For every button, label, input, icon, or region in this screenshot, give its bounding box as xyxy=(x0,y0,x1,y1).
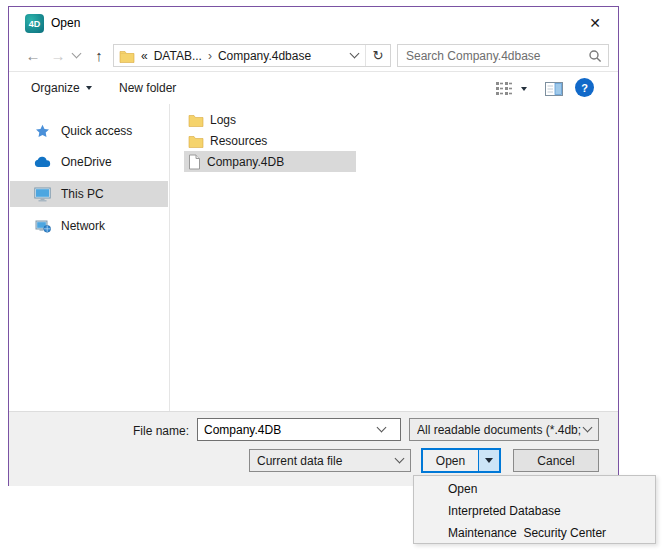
sidebar-item-this-pc[interactable]: This PC xyxy=(10,181,168,207)
open-mode-select[interactable]: Current data file xyxy=(249,449,411,472)
new-folder-label: New folder xyxy=(119,81,176,95)
open-split-button[interactable]: Open xyxy=(421,448,501,473)
search-box[interactable] xyxy=(397,44,609,67)
sidebar-divider xyxy=(169,104,170,411)
folder-icon xyxy=(188,134,204,148)
sidebar-item-label: OneDrive xyxy=(61,155,112,169)
sidebar-item-label: Network xyxy=(61,219,105,233)
sidebar-item-label: This PC xyxy=(61,187,104,201)
toolbar-divider xyxy=(9,71,618,72)
file-name-label: Resources xyxy=(210,134,267,148)
network-icon xyxy=(34,219,51,233)
forward-button[interactable]: → xyxy=(46,43,70,67)
details-view-icon[interactable] xyxy=(495,81,513,96)
file-row-logs[interactable]: Logs xyxy=(184,109,356,130)
file-name-label: Company.4DB xyxy=(207,155,284,169)
file-name-field-label: File name: xyxy=(89,424,189,438)
document-icon xyxy=(188,154,201,170)
menu-item-interpreted-database[interactable]: Interpreted Database xyxy=(414,500,655,522)
file-type-select[interactable]: All readable documents (*.4db; xyxy=(409,418,599,441)
monitor-icon xyxy=(34,187,51,202)
file-row-company-4db[interactable]: Company.4DB xyxy=(184,151,356,172)
sidebar-item-network[interactable]: Network xyxy=(10,213,168,239)
breadcrumb-overflow[interactable]: « xyxy=(141,49,148,63)
up-button[interactable]: ↑ xyxy=(87,43,111,67)
breadcrumb-current[interactable]: Company.4dbase xyxy=(218,49,311,63)
open-dialog: 4D Open ✕ ← → ↑ « DATAB... › Company.4db… xyxy=(8,6,619,486)
preview-pane-icon[interactable] xyxy=(545,82,563,96)
chevron-down-icon xyxy=(395,454,405,464)
sidebar-item-quick-access[interactable]: Quick access xyxy=(10,118,168,144)
help-button[interactable]: ? xyxy=(575,78,594,97)
chevron-down-icon xyxy=(86,86,92,90)
menu-item-open[interactable]: Open xyxy=(414,478,655,500)
4d-app-icon: 4D xyxy=(25,14,44,33)
recent-locations-chevron-icon[interactable] xyxy=(69,47,83,63)
cloud-icon xyxy=(34,156,51,168)
file-name-label: Logs xyxy=(210,113,236,127)
star-icon xyxy=(34,124,51,139)
sidebar-item-onedrive[interactable]: OneDrive xyxy=(10,149,168,175)
cancel-button[interactable]: Cancel xyxy=(513,449,599,472)
file-row-resources[interactable]: Resources xyxy=(184,130,356,151)
view-options-chevron-icon[interactable] xyxy=(521,87,527,91)
new-folder-button[interactable]: New folder xyxy=(119,79,176,97)
open-mode-value: Current data file xyxy=(257,454,396,468)
folder-icon xyxy=(119,49,135,63)
folder-icon xyxy=(188,113,204,127)
back-button[interactable]: ← xyxy=(21,43,45,67)
file-name-input[interactable] xyxy=(198,423,378,437)
sidebar-item-label: Quick access xyxy=(61,124,132,138)
breadcrumb-separator: › xyxy=(208,49,212,63)
address-dropdown-chevron-icon[interactable] xyxy=(343,54,365,57)
organize-button[interactable]: Organize xyxy=(31,79,92,97)
search-icon[interactable] xyxy=(588,49,602,63)
refresh-icon[interactable]: ↻ xyxy=(366,45,390,66)
close-icon[interactable]: ✕ xyxy=(580,11,610,35)
organize-label: Organize xyxy=(31,81,80,95)
address-bar[interactable]: « DATAB... › Company.4dbase ↻ xyxy=(113,44,391,67)
open-button[interactable]: Open xyxy=(423,450,478,471)
open-options-menu: Open Interpreted Database Maintenance Se… xyxy=(413,475,656,544)
chevron-down-icon[interactable] xyxy=(377,423,387,433)
search-input[interactable] xyxy=(398,45,584,66)
menu-item-maintenance-security-center[interactable]: Maintenance Security Center xyxy=(414,522,655,544)
file-name-combobox[interactable] xyxy=(197,418,401,441)
breadcrumb-parent[interactable]: DATAB... xyxy=(154,49,202,63)
file-type-value: All readable documents (*.4db; xyxy=(417,423,584,437)
window-title: Open xyxy=(51,16,80,30)
open-dropdown-arrow[interactable] xyxy=(478,450,499,471)
chevron-down-icon xyxy=(583,423,593,433)
